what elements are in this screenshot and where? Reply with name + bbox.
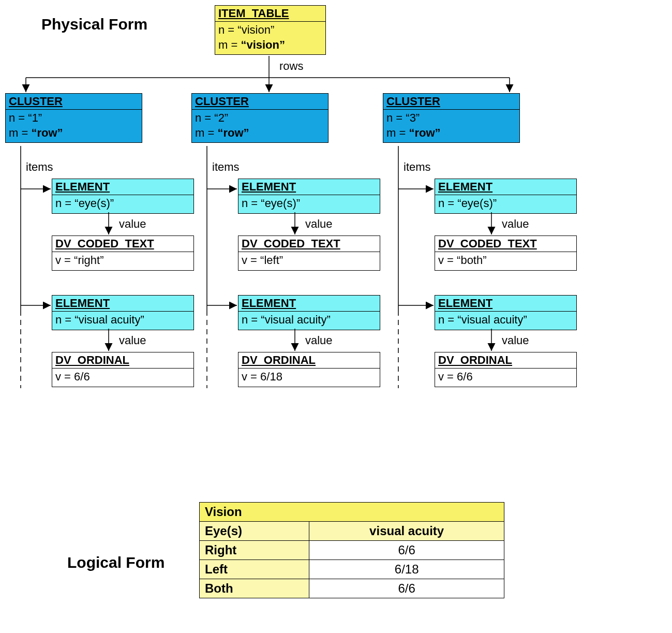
dv-value: v = 6/18: [238, 369, 380, 387]
value-label: value: [502, 334, 529, 347]
element-n: n = “visual acuity”: [238, 312, 380, 330]
dv-type: DV_ORDINAL: [435, 352, 576, 369]
physical-form-title: Physical Form: [41, 16, 147, 33]
item-table-m: m = “vision”: [218, 38, 322, 53]
cluster-box: CLUSTER n = “1” m = “row”: [5, 93, 142, 143]
items-label: items: [404, 160, 431, 174]
cluster-type: CLUSTER: [6, 94, 142, 110]
dv-value: v = 6/6: [435, 369, 576, 387]
logic-eye: Both: [200, 579, 309, 598]
item-table-n: n = “vision”: [218, 23, 322, 38]
cluster-n: n = “3”: [386, 111, 516, 126]
element-n: n = “visual acuity”: [435, 312, 576, 330]
element-n: n = “visual acuity”: [52, 312, 193, 330]
value-label: value: [502, 217, 529, 231]
element-type: ELEMENT: [435, 296, 576, 312]
cluster-m: m = “row”: [9, 126, 139, 141]
item-table-box: ITEM_TABLE n = “vision” m = “vision”: [215, 5, 326, 55]
element-box: ELEMENT n = “visual acuity”: [435, 295, 577, 330]
items-label: items: [212, 160, 240, 174]
element-box: ELEMENT n = “visual acuity”: [238, 295, 380, 330]
dv-box: DV_ORDINAL v = 6/6: [52, 352, 194, 387]
cluster-type: CLUSTER: [383, 94, 519, 110]
cluster-box: CLUSTER n = “2” m = “row”: [191, 93, 328, 143]
value-label: value: [119, 334, 146, 347]
dv-value: v = 6/6: [52, 369, 193, 387]
element-type: ELEMENT: [238, 296, 380, 312]
logic-va: 6/6: [309, 579, 504, 598]
logic-title: Vision: [200, 503, 504, 522]
element-box: ELEMENT n = “visual acuity”: [52, 295, 194, 330]
logic-eye: Right: [200, 541, 309, 560]
element-type: ELEMENT: [435, 179, 576, 195]
logical-form-table: Vision Eye(s) visual acuity Right 6/6 Le…: [199, 502, 504, 598]
element-n: n = “eye(s)”: [435, 195, 576, 213]
dv-box: DV_ORDINAL v = 6/18: [238, 352, 380, 387]
dv-type: DV_ORDINAL: [52, 352, 193, 369]
items-label: items: [26, 160, 53, 174]
dv-value: v = “right”: [52, 252, 193, 270]
dv-value: v = “both”: [435, 252, 576, 270]
dv-value: v = “left”: [238, 252, 380, 270]
logic-va: 6/6: [309, 541, 504, 560]
cluster-box: CLUSTER n = “3” m = “row”: [383, 93, 520, 143]
value-label: value: [305, 217, 333, 231]
cluster-m: m = “row”: [195, 126, 325, 141]
cluster-type: CLUSTER: [192, 94, 328, 110]
cluster-n: n = “2”: [195, 111, 325, 126]
rows-label: rows: [279, 60, 303, 73]
element-n: n = “eye(s)”: [52, 195, 193, 213]
item-table-type: ITEM_TABLE: [215, 6, 325, 22]
dv-type: DV_ORDINAL: [238, 352, 380, 369]
table-row: Both 6/6: [200, 579, 504, 598]
logic-col-eye: Eye(s): [200, 522, 309, 541]
logic-eye: Left: [200, 560, 309, 579]
element-type: ELEMENT: [238, 179, 380, 195]
value-label: value: [305, 334, 333, 347]
element-n: n = “eye(s)”: [238, 195, 380, 213]
element-box: ELEMENT n = “eye(s)”: [435, 179, 577, 214]
logic-va: 6/18: [309, 560, 504, 579]
logic-col-va: visual acuity: [309, 522, 504, 541]
element-type: ELEMENT: [52, 179, 193, 195]
table-row: Right 6/6: [200, 541, 504, 560]
table-row: Left 6/18: [200, 560, 504, 579]
element-box: ELEMENT n = “eye(s)”: [52, 179, 194, 214]
dv-type: DV_CODED_TEXT: [238, 236, 380, 252]
logical-form-title: Logical Form: [67, 554, 165, 571]
element-type: ELEMENT: [52, 296, 193, 312]
dv-type: DV_CODED_TEXT: [435, 236, 576, 252]
cluster-n: n = “1”: [9, 111, 139, 126]
dv-box: DV_ORDINAL v = 6/6: [435, 352, 577, 387]
value-label: value: [119, 217, 146, 231]
dv-box: DV_CODED_TEXT v = “left”: [238, 235, 380, 271]
cluster-m: m = “row”: [386, 126, 516, 141]
element-box: ELEMENT n = “eye(s)”: [238, 179, 380, 214]
dv-box: DV_CODED_TEXT v = “both”: [435, 235, 577, 271]
dv-box: DV_CODED_TEXT v = “right”: [52, 235, 194, 271]
dv-type: DV_CODED_TEXT: [52, 236, 193, 252]
